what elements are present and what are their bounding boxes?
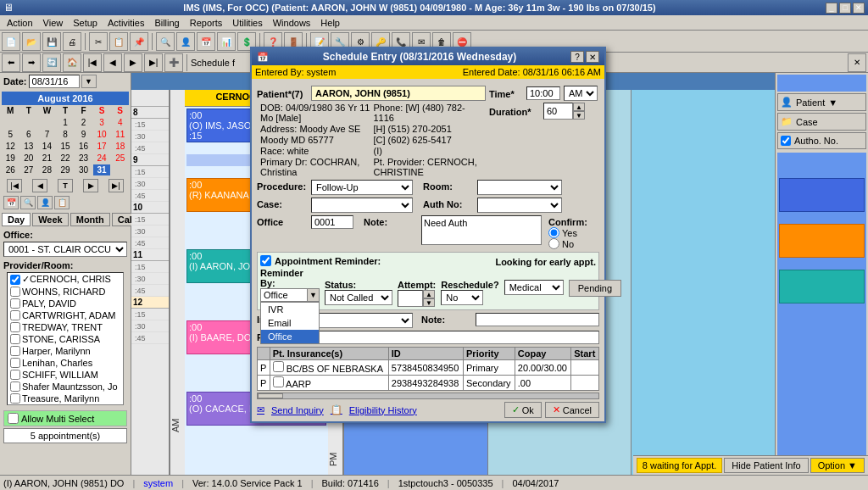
nav-back-back[interactable]: |◀ xyxy=(7,179,22,192)
tab-week[interactable]: Week xyxy=(32,213,69,226)
cal-day[interactable]: 8 xyxy=(57,129,75,140)
ins-check-aarp[interactable] xyxy=(273,376,284,387)
maximize-button[interactable]: □ xyxy=(839,3,851,14)
cancel-button[interactable]: ✕ Cancel xyxy=(545,402,599,418)
cal-day[interactable]: 11 xyxy=(111,129,129,140)
provider-check-cartwright[interactable] xyxy=(10,310,20,320)
autho-check[interactable] xyxy=(781,136,791,146)
nav-today[interactable]: T xyxy=(58,179,73,192)
provider-check-paly[interactable] xyxy=(10,298,20,309)
cal-day[interactable]: 18 xyxy=(111,141,129,152)
menu-view[interactable]: View xyxy=(38,17,69,29)
cal-day[interactable]: 27 xyxy=(20,164,38,175)
tb-save[interactable]: 💾 xyxy=(42,32,61,51)
cal-day[interactable]: 5 xyxy=(2,129,19,140)
scroll-bar[interactable] xyxy=(257,393,599,399)
tb2-close[interactable]: ✕ xyxy=(848,53,866,72)
cal-day[interactable]: 24 xyxy=(93,153,111,164)
reminder-check[interactable] xyxy=(260,255,271,266)
st-btn4[interactable]: 📋 xyxy=(54,196,70,209)
cal-day-31[interactable]: 31 xyxy=(93,164,111,175)
cal-day[interactable]: 10 xyxy=(93,129,111,140)
ampm-select[interactable]: AM PM xyxy=(564,86,598,101)
provider-check-wohns[interactable] xyxy=(10,287,20,297)
ok-button[interactable]: ✓ Ok xyxy=(504,402,542,418)
date-picker-btn[interactable]: ▼ xyxy=(81,75,97,88)
tb-patient[interactable]: 👤 xyxy=(176,32,195,51)
dropdown-ivr[interactable]: IVR xyxy=(261,303,319,316)
tb2-add[interactable]: ➕ xyxy=(164,53,183,72)
menu-utilities[interactable]: Utilities xyxy=(227,17,267,29)
cal-day[interactable]: 25 xyxy=(111,153,129,164)
provider-item-shafer[interactable]: Shafer Mauntzsson, Jo xyxy=(8,381,123,393)
cal-day[interactable]: 16 xyxy=(75,141,92,152)
patient-sidebar-btn[interactable]: 👤 Patient ▼ xyxy=(777,93,866,111)
cal-day[interactable]: 6 xyxy=(20,129,38,140)
nav-back[interactable]: ◀ xyxy=(32,179,47,192)
tb-print[interactable]: 🖨 xyxy=(63,32,81,51)
cal-day[interactable]: 23 xyxy=(75,153,92,164)
duration-down[interactable]: ▼ xyxy=(573,111,585,120)
modal-close-btn[interactable]: ✕ xyxy=(586,51,599,63)
menu-help[interactable]: Help xyxy=(315,17,345,29)
provider-item-stone[interactable]: STONE, CARISSA xyxy=(8,333,123,345)
office-field-input[interactable] xyxy=(311,215,353,229)
tb-copy[interactable]: 📋 xyxy=(109,32,128,51)
cal-day[interactable]: 19 xyxy=(2,153,19,164)
provider-item-wohns[interactable]: WOHNS, RICHARD xyxy=(8,286,123,298)
provider-check-treasure[interactable] xyxy=(10,393,20,404)
menu-activities[interactable]: Activities xyxy=(103,17,149,29)
provider-check-cernoch[interactable] xyxy=(10,275,20,285)
duration-up[interactable]: ▲ xyxy=(573,103,585,111)
minimize-button[interactable]: _ xyxy=(826,3,837,14)
menu-windows[interactable]: Windows xyxy=(268,17,316,29)
cal-day[interactable]: 30 xyxy=(75,164,92,175)
provider-item-harper[interactable]: Harper, Marilynn xyxy=(8,345,123,357)
cal-day[interactable]: 15 xyxy=(57,141,75,152)
provider-item-schiff[interactable]: SCHIFF, WILLIAM xyxy=(8,369,123,381)
case-select[interactable] xyxy=(311,198,413,213)
tb2-nav4[interactable]: ▶| xyxy=(144,53,163,72)
nav-forward-forward[interactable]: ▶| xyxy=(108,179,124,192)
provider-item-cartwright[interactable]: CARTWRIGHT, ADAM xyxy=(8,309,123,321)
tb-chart[interactable]: 📊 xyxy=(217,32,236,51)
cal-day[interactable]: 7 xyxy=(38,129,56,140)
case-sidebar-btn[interactable]: 📁 Case xyxy=(777,113,866,131)
modal-help-btn[interactable]: ? xyxy=(570,51,584,63)
provider-check-lenihan[interactable] xyxy=(10,358,20,368)
provider-check-stone[interactable] xyxy=(10,334,20,344)
tb-search[interactable]: 🔍 xyxy=(156,32,175,51)
provider-check-shafer[interactable] xyxy=(10,381,20,392)
waiting-appt-btn[interactable]: 8 waiting for Appt. xyxy=(637,458,722,473)
procedure-select[interactable]: Follow-Up xyxy=(311,180,413,195)
patient-input[interactable]: AARON, JOHN (9851) xyxy=(311,86,486,101)
tb2-home[interactable]: 🏠 xyxy=(63,53,81,72)
st-btn2[interactable]: 🔍 xyxy=(20,196,36,209)
cal-day[interactable]: 1 xyxy=(57,117,75,128)
allow-multi-check[interactable] xyxy=(8,413,19,424)
st-btn3[interactable]: 👤 xyxy=(37,196,53,209)
confirm-no-radio[interactable] xyxy=(548,238,559,249)
cal-day[interactable]: 2 xyxy=(75,117,92,128)
cal-day[interactable] xyxy=(2,117,19,128)
tb2-nav2[interactable]: ◀ xyxy=(103,53,122,72)
tb-paste[interactable]: 📌 xyxy=(130,32,148,51)
tab-month[interactable]: Month xyxy=(70,213,110,226)
provider-item-treasure[interactable]: Treasure, Marilynn xyxy=(8,393,123,404)
reschedule-select[interactable]: No xyxy=(441,290,483,305)
cal-day[interactable]: 20 xyxy=(20,153,38,164)
ins-row-bcbs[interactable]: P BC/BS OF NEBRASKA 5738450834950 Primar… xyxy=(258,360,599,376)
provider-check-harper[interactable] xyxy=(10,346,20,356)
ins-check-bcbs[interactable] xyxy=(273,361,284,372)
menu-reports[interactable]: Reports xyxy=(185,17,228,29)
tb-open[interactable]: 📂 xyxy=(22,32,41,51)
provider-check-schiff[interactable] xyxy=(10,370,20,380)
dropdown-email[interactable]: Email xyxy=(261,316,319,330)
tb2-forward[interactable]: ➡ xyxy=(22,53,41,72)
cal-day[interactable]: 29 xyxy=(57,164,75,175)
reminder-by-arrow[interactable]: ▼ xyxy=(307,289,319,301)
cal-day[interactable]: 3 xyxy=(93,117,111,128)
cal-day[interactable] xyxy=(20,117,38,128)
eligibility-history-link[interactable]: Eligibility History xyxy=(349,405,417,415)
note-textarea[interactable]: Need Auth xyxy=(421,215,542,245)
